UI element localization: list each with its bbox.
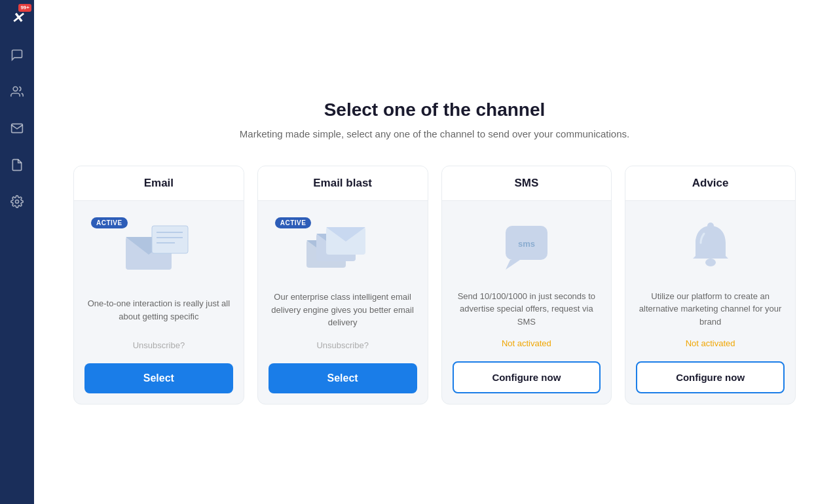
sms-configure-button[interactable]: Configure now [453, 361, 601, 393]
email-blast-card-header: Email blast [258, 166, 428, 201]
email-blast-icon-area: ACTIVE [269, 214, 417, 279]
svg-point-18 [705, 259, 716, 266]
email-card-footer: Select [74, 363, 244, 404]
page-subtitle: Marketing made simple, select any one of… [240, 128, 629, 139]
document-nav-icon[interactable] [5, 153, 29, 177]
sms-card: SMS sms Send 10/100/1000 in just seconds… [441, 166, 612, 405]
email-blast-active-badge: ACTIVE [275, 217, 312, 228]
email-blast-card-title: Email blast [313, 177, 372, 189]
email-illustration [122, 221, 195, 273]
sms-status: Not activated [502, 338, 551, 348]
channel-cards-grid: Email ACTIVE [73, 166, 796, 405]
settings-nav-icon[interactable] [5, 190, 29, 213]
email-blast-select-button[interactable]: Select [269, 363, 417, 393]
email-description: One-to-one interaction is really just al… [84, 290, 233, 331]
main-content: Select one of the channel Marketing made… [34, 0, 835, 504]
advice-status: Not activated [686, 338, 735, 348]
email-card: Email ACTIVE [73, 166, 244, 405]
bell-illustration [688, 221, 733, 273]
email-icon-area: ACTIVE [84, 214, 233, 279]
advice-icon-area [636, 214, 785, 279]
sms-card-title: SMS [514, 177, 538, 189]
app-logo[interactable]: ✕ 99+ [5, 7, 29, 30]
advice-card-footer: Configure now [625, 361, 795, 404]
email-blast-card-body: ACTIVE Our enterprise class intelligent … [258, 201, 428, 364]
email-blast-illustration [306, 221, 379, 273]
email-blast-status: Unsubscribe? [316, 340, 369, 350]
advice-card-body: Utilize our platform to create an altern… [625, 201, 795, 362]
svg-text:sms: sms [518, 239, 535, 249]
email-status: Unsubscribe? [133, 340, 185, 350]
users-nav-icon[interactable] [5, 80, 29, 103]
email-select-button[interactable]: Select [84, 363, 233, 393]
sidebar: ✕ 99+ [0, 0, 34, 504]
sms-card-footer: Configure now [442, 361, 612, 404]
mail-nav-icon[interactable] [5, 117, 29, 140]
page-title: Select one of the channel [324, 99, 546, 120]
advice-card-title: Advice [692, 177, 729, 189]
advice-card: Advice Utilize our platform to cre [625, 166, 796, 405]
svg-point-0 [13, 87, 18, 92]
svg-rect-4 [152, 226, 188, 253]
email-card-title: Email [144, 177, 174, 189]
advice-card-header: Advice [625, 166, 795, 201]
svg-point-1 [16, 200, 19, 204]
notification-badge: 99+ [18, 4, 31, 12]
advice-description: Utilize our platform to create an altern… [636, 290, 785, 329]
email-card-body: ACTIVE One-to-one interaction i [74, 201, 244, 364]
email-blast-card-footer: Select [258, 363, 428, 404]
chat-nav-icon[interactable] [5, 43, 29, 67]
sms-description: Send 10/100/1000 in just seconds to adve… [453, 290, 601, 329]
advice-configure-button[interactable]: Configure now [636, 361, 785, 393]
email-blast-card: Email blast ACTIVE Our enterprise cla [257, 166, 428, 405]
sms-card-body: sms Send 10/100/1000 in just seconds to … [442, 201, 612, 362]
sms-icon-area: sms [453, 214, 601, 279]
sms-card-header: SMS [442, 166, 612, 201]
sms-illustration: sms [500, 221, 553, 273]
email-blast-description: Our enterprise class intelligent email d… [269, 290, 417, 331]
email-active-badge: ACTIVE [91, 217, 128, 228]
svg-point-17 [707, 223, 714, 229]
svg-marker-16 [506, 260, 520, 270]
logo-icon: ✕ [11, 10, 23, 27]
email-card-header: Email [74, 166, 244, 201]
